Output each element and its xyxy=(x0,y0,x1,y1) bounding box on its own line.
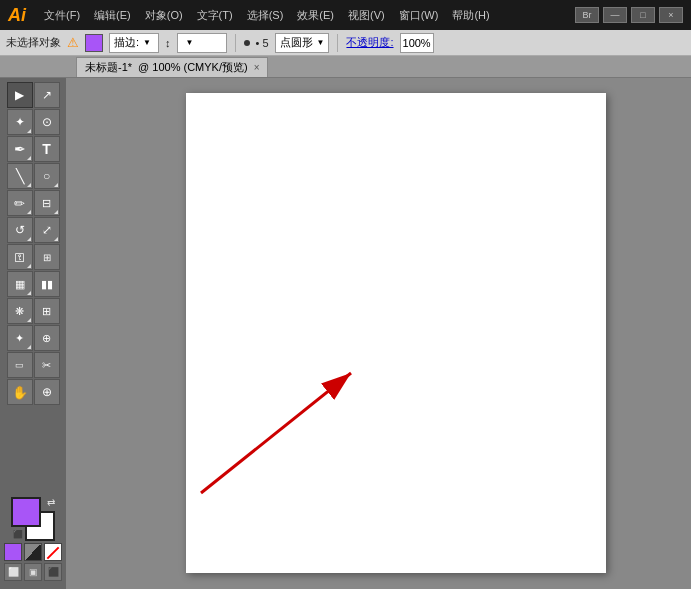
separator2 xyxy=(337,34,338,52)
warp-tool[interactable]: ⚿ xyxy=(7,244,33,270)
menu-view[interactable]: 视图(V) xyxy=(342,6,391,25)
chart-tool[interactable]: ▦ xyxy=(7,271,33,297)
tool-row-12: ✋ ⊕ xyxy=(2,379,64,405)
dot-size: • 5 xyxy=(256,37,269,49)
menu-file[interactable]: 文件(F) xyxy=(38,6,86,25)
line-tool[interactable]: ╲ xyxy=(7,163,33,189)
minimize-btn[interactable]: — xyxy=(603,7,627,23)
swap-icon[interactable]: ⇄ xyxy=(47,497,55,508)
select-tool[interactable]: ▶ xyxy=(7,82,33,108)
main-area: ▶ ↗ ✦ ⊙ ✒ T ╲ ○ ✏ ⊟ ↺ ⤢ ⚿ ⊞ xyxy=(0,78,691,589)
menu-bar: 文件(F) 编辑(E) 对象(O) 文字(T) 选择(S) 效果(E) 视图(V… xyxy=(38,6,575,25)
stroke-dropdown[interactable]: 描边: ▼ xyxy=(109,33,159,53)
stroke-arrow-icon: ▼ xyxy=(143,38,151,47)
fill-swatch[interactable] xyxy=(85,34,103,52)
lasso-tool[interactable]: ⊙ xyxy=(34,109,60,135)
tab-mode: @ 100% (CMYK/预览) xyxy=(138,60,248,75)
tab-label: 未标题-1* xyxy=(85,60,132,75)
blend-tool[interactable]: ⊕ xyxy=(34,325,60,351)
pencil-tool[interactable]: ✏ xyxy=(7,190,33,216)
transparency-label[interactable]: 不透明度: xyxy=(346,35,393,50)
menu-object[interactable]: 对象(O) xyxy=(139,6,189,25)
separator1 xyxy=(235,34,236,52)
screen-mode-btn[interactable]: ⬜ xyxy=(4,563,22,581)
gradient-mode-btn[interactable] xyxy=(24,543,42,561)
canvas-area[interactable] xyxy=(66,78,691,589)
magic-wand-tool[interactable]: ✦ xyxy=(7,109,33,135)
rotate-tool[interactable]: ↺ xyxy=(7,217,33,243)
full-screen-btn[interactable]: ⬛ xyxy=(44,563,62,581)
control-bar: 未选择对象 ⚠ 描边: ▼ ↕ ▼ • 5 点圆形 ▼ 不透明度: xyxy=(0,30,691,56)
tab-close-btn[interactable]: × xyxy=(254,62,260,73)
tab-bar: 未标题-1* @ 100% (CMYK/预览) × xyxy=(0,56,691,78)
tool-row-6: ↺ ⤢ xyxy=(2,217,64,243)
menu-effect[interactable]: 效果(E) xyxy=(291,6,340,25)
none-mode-btn[interactable] xyxy=(44,543,62,561)
menu-edit[interactable]: 编辑(E) xyxy=(88,6,137,25)
zoom-tool[interactable]: ⊕ xyxy=(34,379,60,405)
free-transform-tool[interactable]: ⊞ xyxy=(34,244,60,270)
reset-swatch-icon[interactable]: ⬛ xyxy=(13,530,23,539)
bar-chart-tool[interactable]: ▮▮ xyxy=(34,271,60,297)
warning-icon: ⚠ xyxy=(67,35,79,50)
ai-logo: Ai xyxy=(8,5,26,26)
status-label: 未选择对象 xyxy=(6,35,61,50)
swatch-area: ⇄ ⬛ xyxy=(11,497,55,541)
type-tool[interactable]: T xyxy=(34,136,60,162)
erase-tool[interactable]: ⊟ xyxy=(34,190,60,216)
document-page xyxy=(186,93,606,573)
title-bar: Ai 文件(F) 编辑(E) 对象(O) 文字(T) 选择(S) 效果(E) 视… xyxy=(0,0,691,30)
stroke-width-arrow-icon: ▼ xyxy=(186,38,194,47)
close-btn[interactable]: × xyxy=(659,7,683,23)
dot-icon xyxy=(244,40,250,46)
tool-row-1: ▶ ↗ xyxy=(2,82,64,108)
tool-row-7: ⚿ ⊞ xyxy=(2,244,64,270)
scissors-tool[interactable]: ✂ xyxy=(34,352,60,378)
gradient-tool[interactable]: ▭ xyxy=(7,352,33,378)
transparency-input[interactable] xyxy=(400,33,434,53)
stroke-icon: ↕ xyxy=(165,37,171,49)
scale-tool[interactable]: ⤢ xyxy=(34,217,60,243)
tool-row-2: ✦ ⊙ xyxy=(2,109,64,135)
shape-dropdown[interactable]: 点圆形 ▼ xyxy=(275,33,330,53)
menu-window[interactable]: 窗口(W) xyxy=(393,6,445,25)
color-mode-btn[interactable] xyxy=(4,543,22,561)
hand-tool[interactable]: ✋ xyxy=(7,379,33,405)
mesh-tool[interactable]: ⊞ xyxy=(34,298,60,324)
tool-row-11: ▭ ✂ xyxy=(2,352,64,378)
eyedropper-tool[interactable]: ✦ xyxy=(7,325,33,351)
window-controls: Br — □ × xyxy=(575,7,683,23)
maximize-btn[interactable]: □ xyxy=(631,7,655,23)
tool-row-3: ✒ T xyxy=(2,136,64,162)
tool-row-5: ✏ ⊟ xyxy=(2,190,64,216)
shape-arrow-icon: ▼ xyxy=(317,38,325,47)
symbol-tool[interactable]: ❋ xyxy=(7,298,33,324)
menu-help[interactable]: 帮助(H) xyxy=(446,6,495,25)
mode-row xyxy=(4,543,62,561)
document-tab[interactable]: 未标题-1* @ 100% (CMYK/预览) × xyxy=(76,57,268,77)
ellipse-tool[interactable]: ○ xyxy=(34,163,60,189)
shape-label: 点圆形 xyxy=(280,35,313,50)
stroke-label: 描边: xyxy=(114,35,139,50)
bridge-btn[interactable]: Br xyxy=(575,7,599,23)
fg-swatch[interactable] xyxy=(11,497,41,527)
direct-select-tool[interactable]: ↗ xyxy=(34,82,60,108)
tool-row-4: ╲ ○ xyxy=(2,163,64,189)
full-screen-no-menu-btn[interactable]: ▣ xyxy=(24,563,42,581)
tool-row-8: ▦ ▮▮ xyxy=(2,271,64,297)
pen-tool[interactable]: ✒ xyxy=(7,136,33,162)
stroke-width-dropdown[interactable]: ▼ xyxy=(177,33,227,53)
tool-row-10: ✦ ⊕ xyxy=(2,325,64,351)
color-area: ⇄ ⬛ ⬜ ▣ ⬛ xyxy=(4,497,62,585)
extra-row: ⬜ ▣ ⬛ xyxy=(4,563,62,581)
toolbar: ▶ ↗ ✦ ⊙ ✒ T ╲ ○ ✏ ⊟ ↺ ⤢ ⚿ ⊞ xyxy=(0,78,66,589)
tool-row-9: ❋ ⊞ xyxy=(2,298,64,324)
menu-type[interactable]: 文字(T) xyxy=(191,6,239,25)
menu-select[interactable]: 选择(S) xyxy=(241,6,290,25)
